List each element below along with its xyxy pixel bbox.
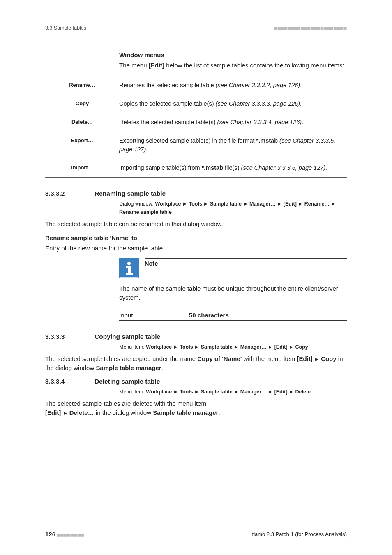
- menu-label: Delete…: [45, 118, 119, 127]
- running-header: 3.3 Sample tables ■■■■■■■■■■■■■■■■■■■■■■: [45, 25, 347, 31]
- field-label-rename-to: Rename sample table 'Name' to: [45, 234, 347, 241]
- triangle-icon: ▶: [182, 201, 187, 206]
- heading-number: 3.3.3.3: [45, 333, 78, 340]
- heading-title: Renaming sample table: [95, 190, 166, 197]
- svg-rect-5: [126, 273, 133, 275]
- window-menus-intro: The menu [Edit] below the list of sample…: [119, 61, 347, 70]
- input-spec-value: 50 characters: [189, 312, 229, 319]
- edit-menu-table: Rename… Renames the selected sample tabl…: [45, 76, 347, 178]
- triangle-icon: ▶: [63, 411, 68, 415]
- note-body: The name of the sample table must be uni…: [119, 284, 347, 302]
- heading-title: Copying sample table: [95, 333, 160, 340]
- triangle-icon: ▶: [243, 201, 248, 206]
- menu-label: Import…: [45, 164, 119, 172]
- menu-breadcrumb-3333: Menu item: Workplace ▶ Tools ▶ Sample ta…: [119, 343, 347, 351]
- menu-desc: Renames the selected sample table (see C…: [119, 81, 347, 90]
- dialog-breadcrumb-3332: Dialog window: Workplace ▶ Tools ▶ Sampl…: [119, 200, 347, 216]
- heading-3334: 3.3.3.4 Deleting sample table: [45, 378, 347, 385]
- heading-number: 3.3.3.4: [45, 378, 78, 385]
- input-spec-row: Input 50 characters: [119, 310, 347, 321]
- triangle-icon: ▶: [289, 345, 294, 349]
- triangle-icon: ▶: [277, 201, 282, 206]
- svg-point-2: [127, 262, 131, 265]
- input-spec-key: Input: [119, 312, 189, 319]
- heading-number: 3.3.3.2: [45, 190, 78, 197]
- triangle-icon: ▶: [289, 389, 294, 394]
- body-3333: The selected sample tables are copied un…: [45, 354, 347, 372]
- menu-label: Export…: [45, 136, 119, 154]
- window-menus-heading: Window menus: [119, 51, 347, 58]
- note-title: Note: [145, 258, 347, 278]
- note-block: Note The name of the sample table must b…: [119, 258, 347, 302]
- menu-row-export: Export… Exporting selected sample table(…: [45, 132, 347, 159]
- header-ornament: ■■■■■■■■■■■■■■■■■■■■■■: [274, 25, 347, 31]
- menu-label: Rename…: [45, 81, 119, 90]
- footer-product: tiamo 2.3 Patch 1 (for Process Analysis): [252, 531, 347, 537]
- triangle-icon: ▶: [268, 389, 273, 394]
- menu-desc: Deletes the selected sample table(s) (se…: [119, 118, 347, 127]
- heading-3333: 3.3.3.3 Copying sample table: [45, 333, 347, 340]
- header-left: 3.3 Sample tables: [45, 25, 86, 31]
- triangle-icon: ▶: [173, 389, 178, 394]
- page-footer: 126 ■■■■■■■■ tiamo 2.3 Patch 1 (for Proc…: [45, 531, 347, 538]
- triangle-icon: ▶: [234, 389, 239, 394]
- body-3332: The selected sample table can be renamed…: [45, 220, 347, 229]
- footer-ornament: ■■■■■■■■: [57, 532, 85, 538]
- heading-title: Deleting sample table: [95, 378, 160, 385]
- footer-left: 126 ■■■■■■■■: [45, 531, 84, 538]
- menu-desc: Exporting selected sample table(s) in th…: [119, 136, 347, 154]
- menu-label: Copy: [45, 99, 119, 108]
- page-number: 126: [45, 531, 55, 538]
- body-3334: The selected sample tables are deleted w…: [45, 399, 347, 417]
- menu-row-rename: Rename… Renames the selected sample tabl…: [45, 76, 347, 95]
- triangle-icon: ▶: [298, 201, 303, 206]
- menu-row-delete: Delete… Deletes the selected sample tabl…: [45, 113, 347, 132]
- heading-3332: 3.3.3.2 Renaming sample table: [45, 190, 347, 197]
- triangle-icon: ▶: [194, 389, 199, 394]
- triangle-icon: ▶: [173, 345, 178, 349]
- info-icon: [119, 258, 139, 278]
- menu-desc: Importing sample table(s) from *.mstab f…: [119, 164, 347, 172]
- menu-breadcrumb-3334: Menu item: Workplace ▶ Tools ▶ Sample ta…: [119, 388, 347, 396]
- triangle-icon: ▶: [203, 201, 208, 206]
- menu-row-copy: Copy Copies the selected sample table(s)…: [45, 95, 347, 113]
- menu-row-import: Import… Importing sample table(s) from *…: [45, 159, 347, 177]
- triangle-icon: ▶: [331, 201, 336, 206]
- menu-desc: Copies the selected sample table(s) (see…: [119, 99, 347, 108]
- triangle-icon: ▶: [234, 345, 239, 349]
- triangle-icon: ▶: [194, 345, 199, 349]
- field-desc-rename-to: Entry of the new name for the sample tab…: [45, 244, 347, 253]
- triangle-icon: ▶: [314, 357, 319, 361]
- triangle-icon: ▶: [268, 345, 273, 349]
